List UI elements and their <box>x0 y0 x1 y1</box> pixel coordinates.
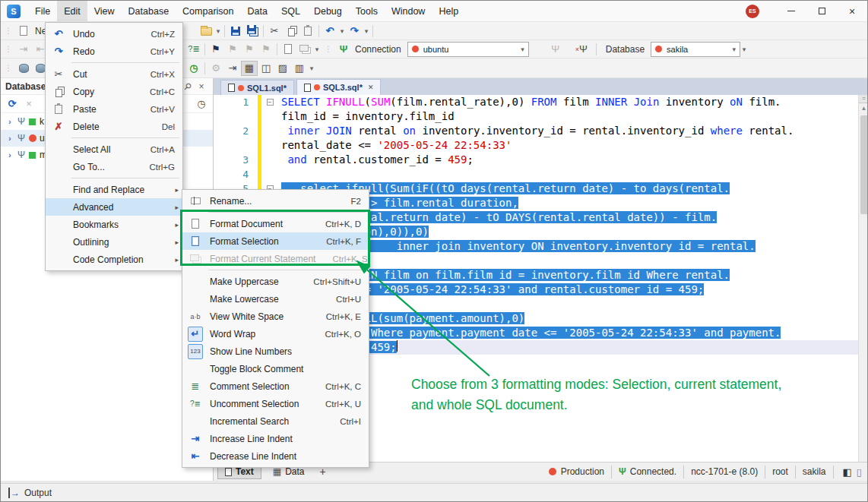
execute-to-file-icon[interactable]: ⇥ <box>224 61 241 76</box>
edit-menu-item-undo[interactable]: ↶UndoCtrl+Z <box>46 25 182 43</box>
fullscreen-icon[interactable]: ▯ <box>857 466 862 478</box>
window-layout-icon[interactable]: ◧ <box>843 466 852 478</box>
menubar-item-window[interactable]: Window <box>385 1 432 21</box>
toolbar-drag-handle[interactable]: ⋮ <box>5 45 12 53</box>
scrollbar-thumb[interactable] <box>860 115 868 214</box>
advanced-menu-item-format-selection[interactable]: Format SelectionCtrl+K, F <box>182 232 369 250</box>
menubar-item-data[interactable]: Data <box>240 1 274 21</box>
advanced-menu-item-show-line-numbers[interactable]: 123Show Line Numbers <box>182 343 369 360</box>
close-panel-icon[interactable]: × <box>195 81 208 92</box>
new-document-icon[interactable] <box>15 24 32 39</box>
indent-icon[interactable]: ⇥ <box>15 42 32 57</box>
document-tab-sql3-sql[interactable]: SQL3.sql*✕ <box>296 79 382 95</box>
user-avatar[interactable]: ES <box>746 5 759 18</box>
database-dropdown-icon[interactable]: ▾ <box>740 42 748 57</box>
next-bookmark-icon[interactable]: ⚑ <box>241 42 258 57</box>
advanced-menu-item-increase-line-indent[interactable]: ⇥Increase Line Indent <box>182 430 369 447</box>
menubar-item-database[interactable]: Database <box>122 1 176 21</box>
menubar-item-sql[interactable]: SQL <box>274 1 307 21</box>
advanced-menu-item-incremental-search[interactable]: Incremental SearchCtrl+I <box>182 412 369 430</box>
advanced-menu-item-toggle-block-comment[interactable]: Toggle Block Comment <box>182 360 369 377</box>
chevron-right-icon[interactable]: › <box>8 134 17 143</box>
edit-menu-item-redo[interactable]: ↷RedoCtrl+Y <box>46 43 182 60</box>
menubar-item-comparison[interactable]: Comparison <box>176 1 240 21</box>
redo-icon[interactable]: ↷ <box>346 24 363 39</box>
edit-menu-item-cut[interactable]: ✂CutCtrl+X <box>46 65 182 83</box>
toolbar-drag-handle[interactable]: ⋮ <box>325 45 332 53</box>
menubar-item-help[interactable]: Help <box>432 1 465 21</box>
format-document-icon[interactable] <box>280 42 296 57</box>
toggle-bookmark-icon[interactable]: ⚑ <box>207 42 224 57</box>
edit-menu-item-paste[interactable]: PasteCtrl+V <box>46 100 182 118</box>
close-tab-icon[interactable]: ✕ <box>368 84 374 91</box>
query-plan-icon[interactable]: ▨ <box>274 61 291 76</box>
advanced-menu-item-make-uppercase[interactable]: Make UppercaseCtrl+Shift+U <box>182 273 369 290</box>
advanced-menu-item-format-document[interactable]: Format DocumentCtrl+K, D <box>182 215 369 232</box>
layout-icon[interactable]: ▥ <box>291 61 308 76</box>
minimize-button[interactable] <box>776 1 806 21</box>
chevron-right-icon[interactable]: › <box>8 150 17 159</box>
uncomment-selection-icon[interactable]: ?≣ <box>185 42 202 57</box>
splitter-handle-icon[interactable]: = <box>859 95 868 103</box>
database-select[interactable]: sakila ▾ <box>651 42 740 57</box>
edit-menu-item-delete[interactable]: ✗DeleteDel <box>46 118 182 135</box>
menubar-item-debug[interactable]: Debug <box>307 1 349 21</box>
advanced-menu-item-view-white-space[interactable]: a·bView White SpaceCtrl+K, E <box>182 308 369 325</box>
copy-icon[interactable] <box>283 24 299 39</box>
results-grid-icon[interactable]: ▦ <box>241 61 258 76</box>
scroll-up-icon[interactable]: ▲ <box>859 103 868 113</box>
query-history-icon[interactable]: ◷ <box>185 61 202 76</box>
paste-icon[interactable] <box>299 24 316 39</box>
new-database-icon[interactable] <box>15 61 32 76</box>
refresh-icon[interactable]: ⟳ <box>4 96 21 112</box>
undo-icon[interactable]: ↶ <box>322 24 338 39</box>
maximize-button[interactable] <box>806 1 837 21</box>
advanced-menu-item-uncomment-selection[interactable]: ?≣Uncomment SelectionCtrl+K, U <box>182 395 369 412</box>
clear-bookmarks-icon[interactable]: ⚑ <box>258 42 274 57</box>
close-button[interactable]: × <box>837 1 867 21</box>
document-tab-sql1-sql[interactable]: SQL1.sql* <box>220 80 294 95</box>
open-file-icon[interactable] <box>198 24 214 39</box>
query-options-icon[interactable]: ⚙ <box>207 61 224 76</box>
format-statement-icon[interactable] <box>296 42 313 57</box>
output-tab[interactable]: Output <box>24 488 52 498</box>
save-icon[interactable] <box>227 24 244 39</box>
format-dropdown-icon[interactable]: ▾ <box>313 42 321 57</box>
advanced-menu-item-rename[interactable]: Rename...F2 <box>182 192 369 210</box>
advanced-menu-item-comment-selection[interactable]: ≣Comment SelectionCtrl+K, C <box>182 377 369 395</box>
delete-connection-icon[interactable]: × <box>21 96 37 112</box>
save-all-icon[interactable] <box>244 24 261 39</box>
split-view-icon[interactable]: ◫ <box>258 61 274 76</box>
edit-menu-item-advanced[interactable]: Advanced▸ <box>46 198 182 216</box>
edit-menu-item-code-completion[interactable]: Code Completion▸ <box>46 251 182 268</box>
menubar-item-view[interactable]: View <box>87 1 122 21</box>
open-file-dropdown-icon[interactable]: ▾ <box>214 24 222 39</box>
menubar-item-tools[interactable]: Tools <box>349 1 385 21</box>
advanced-menu-item-format-current-statement[interactable]: Format Current StatementCtrl+K, S <box>182 250 369 267</box>
toolbar-drag-handle[interactable]: ⋮ <box>5 64 12 72</box>
redo-dropdown-icon[interactable]: ▾ <box>363 24 370 39</box>
connect-icon[interactable]: Ψ <box>547 42 564 57</box>
advanced-menu-item-decrease-line-indent[interactable]: ⇤Decrease Line Indent <box>182 447 369 465</box>
edit-menu-item-find-and-replace[interactable]: Find and Replace▸ <box>46 181 182 198</box>
connection-select[interactable]: ubuntu ▾ <box>407 42 529 57</box>
edit-menu-item-select-all[interactable]: Select AllCtrl+A <box>46 140 182 158</box>
vertical-scrollbar[interactable]: = ▲ <box>858 95 868 462</box>
toolbar-drag-handle[interactable]: ⋮ <box>5 27 12 35</box>
edit-menu-item-go-to[interactable]: Go To...Ctrl+G <box>46 158 182 175</box>
recent-objects-icon[interactable]: ◷ <box>193 96 210 112</box>
chevron-right-icon[interactable]: › <box>8 117 17 126</box>
undo-dropdown-icon[interactable]: ▾ <box>338 24 346 39</box>
edit-menu-item-bookmarks[interactable]: Bookmarks▸ <box>46 216 182 233</box>
advanced-menu-item-make-lowercase[interactable]: Make LowercaseCtrl+U <box>182 290 369 308</box>
new-connection-icon[interactable]: Ψ <box>335 42 352 57</box>
layout-dropdown-icon[interactable]: ▾ <box>308 61 315 76</box>
previous-bookmark-icon[interactable]: ⚑ <box>224 42 241 57</box>
menubar-item-edit[interactable]: Edit <box>57 1 87 21</box>
edit-menu-item-outlining[interactable]: Outlining▸ <box>46 233 182 251</box>
fold-marker-icon[interactable]: − <box>267 99 274 106</box>
advanced-menu-item-word-wrap[interactable]: ↵Word WrapCtrl+K, O <box>182 325 369 343</box>
disconnect-icon[interactable]: ×Ψ <box>573 42 590 57</box>
menubar-item-file[interactable]: File <box>28 1 57 21</box>
cut-icon[interactable]: ✂ <box>266 24 283 39</box>
